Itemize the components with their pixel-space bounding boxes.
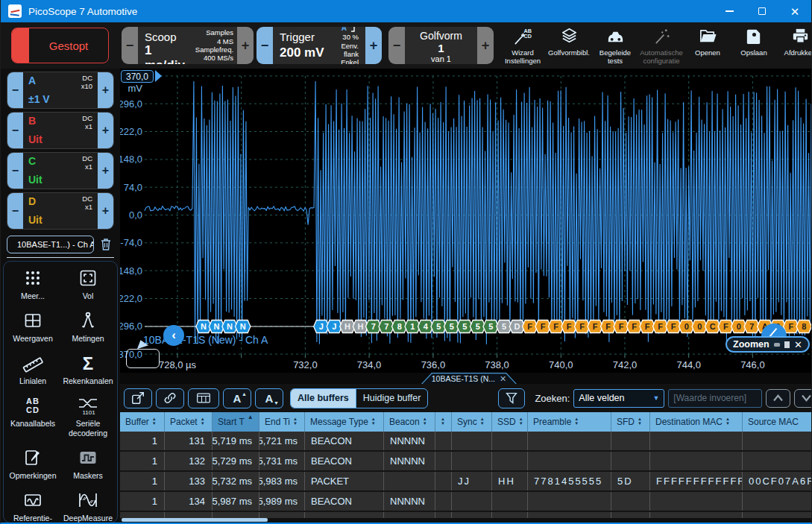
channel-c-increase-button[interactable]: + <box>98 153 113 189</box>
current-buffer-segment[interactable]: Huidige buffer <box>356 389 428 408</box>
maximize-button[interactable] <box>746 0 778 22</box>
filter-icon <box>504 391 519 405</box>
sidebar-tool-deepmeasure[interactable]: DeepMeasure <box>60 490 116 524</box>
table-row[interactable]: 11345,987 ms5,989 msBEACONNNNNN <box>120 492 812 512</box>
channel-a-decrease-button[interactable]: − <box>7 72 23 108</box>
channel-a-increase-button[interactable]: + <box>98 72 113 108</box>
action-guided-tests-button[interactable]: Begeleide tests <box>592 26 638 65</box>
action-wizard-button[interactable]: ABCDWizard Instellingen <box>500 26 546 65</box>
sidebar-tool-more[interactable]: Meer... <box>5 268 60 300</box>
channel-c-decrease-button[interactable]: − <box>7 153 23 189</box>
column-header-preamble[interactable]: Preamble▲▼ <box>528 412 611 432</box>
column-header-sync[interactable]: Sync▲▼ <box>452 412 492 432</box>
channel-d-increase-button[interactable]: + <box>98 193 113 229</box>
column-header-packet[interactable]: Packet▲▼ <box>165 412 213 432</box>
font-decrease-button[interactable]: A▼ <box>255 388 283 408</box>
sidebar-tool-channel-labels[interactable]: ABCDKanaallabels <box>5 395 60 437</box>
column-header-source-mac[interactable]: Source MAC <box>743 412 812 432</box>
channel-c-panel[interactable]: CDCx1Uit <box>23 153 98 189</box>
scope-canvas[interactable]: NNNNJJHH77814555555DFFFFFFFFFFFF00CF07A6… <box>120 69 812 373</box>
timebase-increase-button[interactable]: + <box>237 27 254 64</box>
column-header-sfd[interactable]: SFD▲▼ <box>611 412 650 432</box>
scrollbar-thumb[interactable] <box>122 518 268 522</box>
waveform-next-button[interactable]: + <box>477 27 494 64</box>
search-input[interactable] <box>668 389 762 408</box>
decode-track-collapse-button[interactable]: ‹ <box>163 325 184 346</box>
trigger-panel[interactable]: Trigger 200 mV A 30 % Eenv. flank Enkel <box>273 27 365 64</box>
column-label: Sync <box>457 417 477 427</box>
zoom-minimize-icon[interactable] <box>774 343 781 347</box>
sidebar-tool-reference-waveforms[interactable]: Referentie-golfvormen <box>5 490 60 524</box>
table-row[interactable]: 11315,719 ms5,721 msBEACONNNNNN <box>120 432 812 452</box>
sidebar-tool-full[interactable]: Vol <box>60 268 116 300</box>
column-header-extra[interactable]: ▲▼ <box>435 412 452 432</box>
table-row[interactable]: 11325,729 ms5,731 msBEACONNNNNN <box>120 452 812 472</box>
column-header-buffer[interactable]: Buffer▲▼ <box>120 412 165 432</box>
table-cell <box>213 512 259 518</box>
search-next-button[interactable] <box>794 389 812 408</box>
action-save-button[interactable]: Opslaan <box>731 26 777 65</box>
timebase-panel[interactable]: Scoop 1 ms/div Samples 4 MS Samplefreq. … <box>138 27 237 64</box>
export-button[interactable] <box>124 388 152 408</box>
column-header-beacon[interactable]: Beacon▲▼ <box>384 412 435 432</box>
channel-b-panel[interactable]: BDCx1Uit <box>23 113 98 148</box>
zoom-maximize-icon[interactable] <box>784 341 790 348</box>
font-increase-button[interactable]: A▲ <box>223 388 251 408</box>
scope-view[interactable]: NNNNJJHH77814555555DFFFFFFFFFFFF00CF07A6… <box>120 69 812 373</box>
channel-a-scale-marker[interactable]: 370,0 <box>121 70 154 83</box>
action-open-button[interactable]: Openen <box>684 26 731 65</box>
search-field-dropdown[interactable]: Alle velden ▼ <box>573 389 664 408</box>
column-header-destination-mac[interactable]: Destination MAC▲▼ <box>650 412 743 432</box>
sidebar-tool-serial-decoding[interactable]: 1101Seriële decodering <box>60 395 116 437</box>
columns-button[interactable] <box>188 388 219 408</box>
waveform-prev-button[interactable]: − <box>388 27 405 64</box>
channel-d-panel[interactable]: DDCx1Uit <box>23 193 98 229</box>
filter-button[interactable] <box>498 388 525 408</box>
column-header-message-type[interactable]: Message Type▲▼ <box>305 412 384 432</box>
zoom-close-icon[interactable]: ✕ <box>794 340 802 350</box>
delete-decoder-button[interactable] <box>98 236 114 253</box>
decoder-tab-label: 10BASE-T1S (N... <box>432 374 495 383</box>
waveform-title: Golfvorm <box>420 30 462 42</box>
table-cell: 1 <box>120 452 165 470</box>
sidebar-divider <box>7 257 114 258</box>
table-cell <box>528 512 611 518</box>
timebase-decrease-button[interactable]: − <box>122 27 138 64</box>
channel-a-panel[interactable]: ADCx10±1 V <box>23 72 98 108</box>
sidebar-tool-notes[interactable]: Opmerkingen <box>5 447 60 480</box>
minimize-button[interactable] <box>713 0 746 22</box>
action-library-button[interactable]: Golfvormbibl. <box>546 26 592 65</box>
sidebar-tool-measurements[interactable]: Metingen <box>60 310 116 343</box>
decoder-tab-close-icon[interactable]: ✕ <box>500 374 506 384</box>
column-header-end-ti[interactable]: End Ti▲▼ <box>259 412 305 432</box>
sidebar-tool-views[interactable]: Weergaven <box>5 310 60 343</box>
stop-button[interactable]: Gestopt <box>11 28 109 63</box>
link-button[interactable] <box>156 388 184 408</box>
channel-b-increase-button[interactable]: + <box>98 113 113 148</box>
svg-text:N: N <box>240 322 246 331</box>
column-header-start-t[interactable]: Start T▲ <box>213 412 259 432</box>
action-print-button[interactable]: Afdrukken <box>777 26 812 65</box>
sidebar-tool-masks[interactable]: Maskers <box>60 447 116 480</box>
horizontal-scrollbar[interactable] <box>120 518 812 523</box>
decoder-tab[interactable]: 10BASE-T1S (N... ✕ <box>421 373 517 384</box>
sidebar-tool-rulers[interactable]: Linialen <box>5 353 60 385</box>
table-cell <box>492 452 528 470</box>
table-cell <box>452 452 492 470</box>
table-row[interactable]: 11335,732 ms5,983 msPACKETJJHH7781455555… <box>120 472 812 492</box>
channel-c: −CDCx1Uit+ <box>7 152 114 189</box>
font-increase-icon: ▲ <box>242 391 247 397</box>
waveform-panel[interactable]: Golfvorm 1 van 1 <box>405 27 477 64</box>
search-previous-button[interactable] <box>766 389 790 408</box>
sidebar-tool-math-channels[interactable]: ΣRekenkanalen <box>60 353 116 385</box>
column-header-ssd[interactable]: SSD▲▼ <box>492 412 528 432</box>
close-button[interactable]: ✕ <box>778 0 811 22</box>
trigger-increase-button[interactable]: + <box>365 27 382 64</box>
guided-tests-icon <box>605 26 626 49</box>
channel-d-decrease-button[interactable]: − <box>7 193 23 229</box>
all-buffers-segment[interactable]: Alle buffers <box>291 389 356 408</box>
buffer-overview-box[interactable] <box>126 349 160 368</box>
trigger-decrease-button[interactable]: − <box>256 27 273 64</box>
channel-b-decrease-button[interactable]: − <box>7 113 23 148</box>
decoder-chip[interactable]: 10BASE-T1...) - Ch A <box>7 236 94 253</box>
